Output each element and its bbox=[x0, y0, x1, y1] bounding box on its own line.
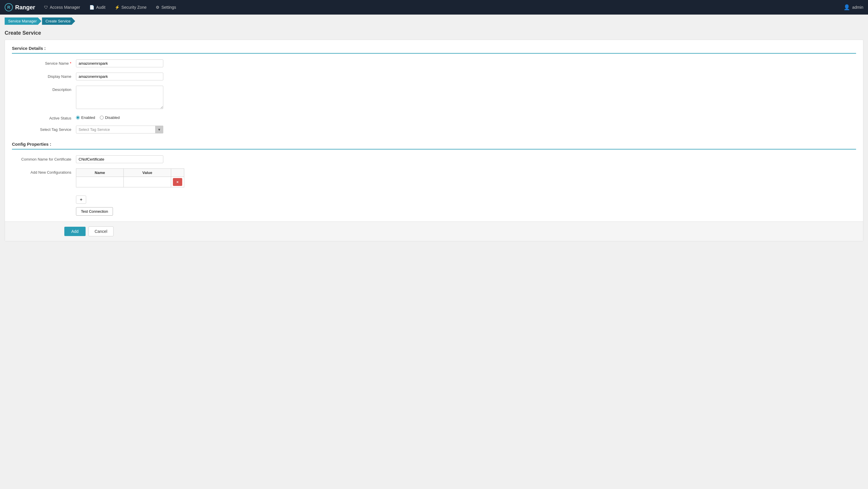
breadcrumb-service-manager[interactable]: Service Manager bbox=[5, 18, 41, 25]
description-textarea[interactable] bbox=[76, 86, 163, 109]
brand-icon: R bbox=[5, 3, 13, 11]
col-name-header: Name bbox=[76, 169, 124, 177]
select-tag-wrapper: Select Tag Service ▼ bbox=[76, 125, 163, 134]
navbar: R Ranger 🛡 Access Manager 📄 Audit ⚡ Secu… bbox=[0, 0, 868, 15]
main-content: Service Details : Service Name * Display… bbox=[0, 40, 868, 253]
nav-security-zone-label: Security Zone bbox=[121, 5, 147, 10]
config-table: Name Value bbox=[76, 168, 184, 188]
display-name-row: Display Name bbox=[12, 73, 856, 80]
col-action-header bbox=[171, 169, 184, 177]
config-table-wrapper: Name Value bbox=[76, 168, 184, 188]
access-manager-icon: 🛡 bbox=[44, 5, 48, 10]
cn-certificate-row: Common Name for Certificate bbox=[12, 155, 856, 163]
display-name-input[interactable] bbox=[76, 73, 163, 80]
enabled-radio[interactable] bbox=[76, 116, 80, 119]
add-button[interactable]: Add bbox=[64, 227, 86, 236]
active-status-label: Active Status bbox=[12, 114, 76, 120]
service-name-required: * bbox=[70, 61, 71, 65]
test-connection-wrapper: Test Connection bbox=[12, 204, 856, 215]
remove-row-button[interactable]: × bbox=[173, 178, 182, 186]
config-value-cell bbox=[124, 177, 171, 188]
admin-label: admin bbox=[852, 5, 863, 10]
form-card: Service Details : Service Name * Display… bbox=[5, 40, 863, 241]
cn-certificate-label: Common Name for Certificate bbox=[12, 155, 76, 162]
brand-logo[interactable]: R Ranger bbox=[5, 3, 35, 11]
test-connection-button[interactable]: Test Connection bbox=[76, 207, 113, 215]
security-zone-icon: ⚡ bbox=[115, 5, 120, 10]
breadcrumb-create-service[interactable]: Create Service bbox=[42, 18, 75, 25]
breadcrumb: Service Manager Create Service bbox=[0, 15, 868, 28]
service-name-label: Service Name * bbox=[12, 59, 76, 65]
enabled-radio-label[interactable]: Enabled bbox=[76, 115, 95, 120]
config-properties-section-title: Config Properties : bbox=[12, 142, 856, 149]
navbar-right: 👤 admin bbox=[843, 4, 863, 10]
nav-access-manager[interactable]: 🛡 Access Manager bbox=[40, 3, 84, 12]
select-tag-dropdown[interactable]: Select Tag Service bbox=[76, 125, 163, 134]
nav-audit[interactable]: 📄 Audit bbox=[85, 3, 110, 12]
description-label: Description bbox=[12, 86, 76, 92]
col-value-header: Value bbox=[124, 169, 171, 177]
cancel-button[interactable]: Cancel bbox=[89, 226, 114, 236]
brand-name: Ranger bbox=[15, 4, 35, 11]
service-name-row: Service Name * bbox=[12, 59, 856, 67]
config-name-cell bbox=[76, 177, 124, 188]
description-row: Description bbox=[12, 86, 856, 109]
config-value-input[interactable] bbox=[125, 179, 169, 185]
active-status-row: Active Status Enabled Disabled bbox=[12, 114, 856, 120]
nav-access-manager-label: Access Manager bbox=[50, 5, 80, 10]
admin-icon: 👤 bbox=[843, 4, 850, 10]
disabled-label: Disabled bbox=[105, 115, 120, 120]
nav-settings-label: Settings bbox=[161, 5, 176, 10]
settings-icon: ⚙ bbox=[156, 5, 159, 10]
enabled-label: Enabled bbox=[81, 115, 95, 120]
add-row-wrapper: + bbox=[12, 193, 856, 204]
service-details-section-title: Service Details : bbox=[12, 46, 856, 54]
table-row: × bbox=[76, 177, 184, 188]
config-table-header-row: Name Value bbox=[76, 169, 184, 177]
config-action-cell: × bbox=[171, 177, 184, 188]
nav-settings[interactable]: ⚙ Settings bbox=[152, 3, 180, 12]
page-title: Create Service bbox=[0, 28, 868, 40]
select-tag-label: Select Tag Service bbox=[12, 125, 76, 132]
add-row-button[interactable]: + bbox=[76, 196, 86, 204]
disabled-radio[interactable] bbox=[100, 116, 104, 119]
audit-icon: 📄 bbox=[89, 5, 94, 10]
cn-certificate-input[interactable] bbox=[76, 155, 163, 163]
form-footer: Add Cancel bbox=[5, 222, 863, 241]
service-name-input[interactable] bbox=[76, 59, 163, 67]
add-config-label: Add New Configurations bbox=[12, 168, 76, 175]
nav-audit-label: Audit bbox=[96, 5, 105, 10]
select-tag-row: Select Tag Service Select Tag Service ▼ bbox=[12, 125, 856, 134]
add-config-row: Add New Configurations Name Value bbox=[12, 168, 856, 188]
display-name-label: Display Name bbox=[12, 73, 76, 79]
config-name-input[interactable] bbox=[78, 179, 122, 185]
nav-security-zone[interactable]: ⚡ Security Zone bbox=[111, 3, 151, 12]
active-status-radio-group: Enabled Disabled bbox=[76, 114, 120, 120]
disabled-radio-label[interactable]: Disabled bbox=[100, 115, 120, 120]
